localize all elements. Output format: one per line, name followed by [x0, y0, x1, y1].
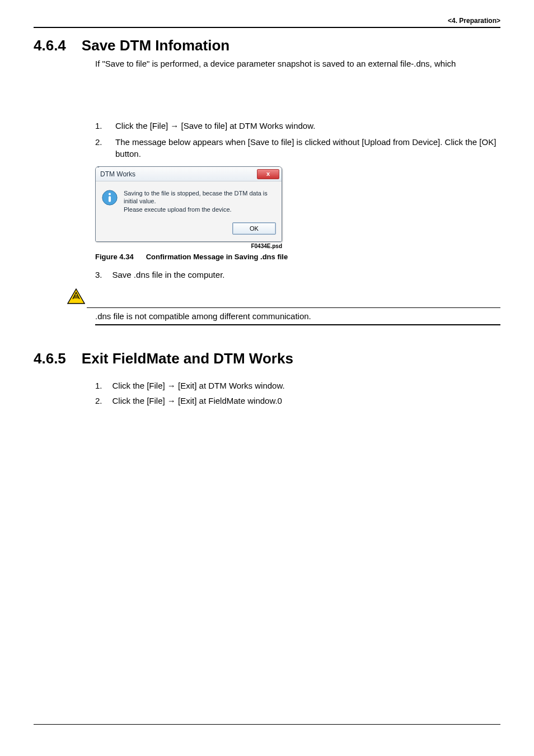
- figure-caption: Figure 4.34 Confirmation Message in Savi…: [95, 253, 500, 261]
- steps-list-1: 1. Click the [File] → [Save to file] at …: [95, 120, 500, 160]
- page-header: <4. Preparation>: [34, 17, 500, 25]
- step-number: 1.: [95, 380, 102, 391]
- warning-text: .dns file is not compatible among differ…: [95, 311, 500, 321]
- step-number: 1.: [95, 120, 105, 132]
- svg-rect-2: [109, 196, 111, 202]
- step-number: 2.: [95, 136, 105, 160]
- dialog-body: Saving to the file is stopped, becase th…: [96, 181, 282, 219]
- step-text: The message below appears when [Save to …: [115, 136, 500, 160]
- dtm-works-dialog: DTM Works x Saving to the file is stoppe…: [95, 166, 282, 242]
- info-icon: [101, 189, 118, 206]
- dialog-title: DTM Works: [100, 170, 135, 178]
- list-item: 1. Click the [File] → [Save to file] at …: [95, 120, 500, 132]
- step-number: 3.: [95, 269, 102, 281]
- ok-button[interactable]: OK: [232, 222, 276, 235]
- steps-list-continued: 3. Save .dns file in the computer.: [95, 269, 500, 281]
- ok-button-label: OK: [250, 225, 259, 232]
- image-filename: F0434E.psd: [95, 243, 282, 249]
- list-item: 1. Click the [File] → [Exit] at DTM Work…: [95, 380, 500, 391]
- step-text: Click the [File] → [Save to file] at DTM…: [115, 120, 315, 132]
- close-button[interactable]: x: [257, 169, 279, 179]
- footer-rule: [34, 724, 500, 725]
- dialog-button-row: OK: [96, 219, 282, 241]
- warning-icon: [67, 288, 85, 306]
- dialog-screenshot: DTM Works x Saving to the file is stoppe…: [95, 166, 500, 249]
- list-item: 2. Click the [File] → [Exit] at FieldMat…: [95, 395, 500, 407]
- step-text: Save .dns file in the computer.: [113, 269, 225, 281]
- header-divider: [34, 27, 500, 28]
- warning-rule-top: [87, 307, 500, 308]
- dialog-message-line: Saving to the file is stopped, becase th…: [124, 189, 276, 206]
- step-text: Click the [File] → [Exit] at FieldMate w…: [113, 395, 282, 407]
- section-4-6-5-heading: 4.6.5 Exit FieldMate and DTM Works: [34, 350, 500, 367]
- list-item: 3. Save .dns file in the computer.: [95, 269, 500, 281]
- close-icon: x: [266, 171, 270, 177]
- breadcrumb: <4. Preparation>: [448, 17, 500, 25]
- section-title: Save DTM Infomation: [82, 37, 229, 54]
- warning-rule-bottom: [95, 324, 500, 325]
- dialog-message-line: Please execute upload from the device.: [124, 206, 276, 213]
- step-text: Click the [File] → [Exit] at DTM Works w…: [113, 380, 285, 391]
- section-title: Exit FieldMate and DTM Works: [82, 350, 293, 367]
- intro-paragraph: If "Save to file" is performed, a device…: [95, 58, 500, 69]
- figure-number: Figure 4.34: [95, 253, 134, 261]
- svg-marker-3: [68, 289, 85, 304]
- figure-title: Confirmation Message in Saving .dns file: [146, 253, 288, 261]
- section-number: 4.6.4: [34, 37, 66, 54]
- warning-icon-row: [67, 288, 500, 306]
- steps-list-2: 1. Click the [File] → [Exit] at DTM Work…: [95, 380, 500, 407]
- section-4-6-4-heading: 4.6.4 Save DTM Infomation: [34, 37, 500, 54]
- svg-point-1: [109, 193, 111, 195]
- list-item: 2. The message below appears when [Save …: [95, 136, 500, 160]
- section-number: 4.6.5: [34, 350, 66, 367]
- step-number: 2.: [95, 395, 102, 407]
- dialog-titlebar: DTM Works x: [96, 167, 282, 181]
- dialog-message: Saving to the file is stopped, becase th…: [124, 189, 276, 213]
